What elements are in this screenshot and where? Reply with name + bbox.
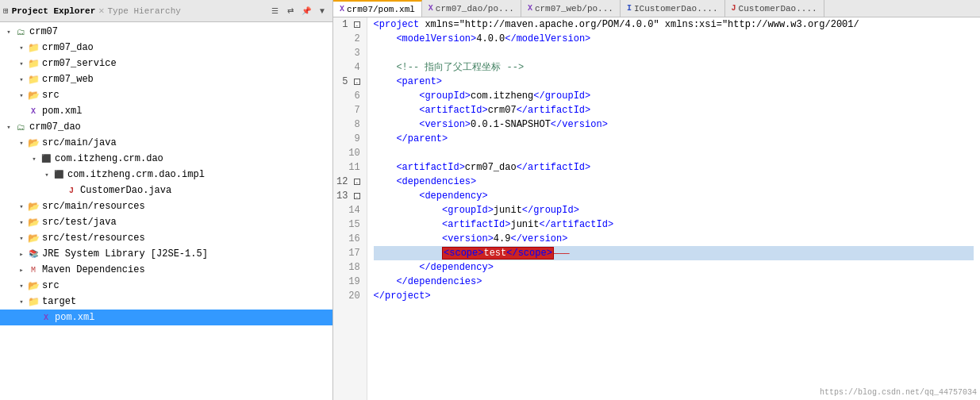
- fold-icon[interactable]: -: [354, 79, 360, 85]
- tree-item-label: crm07_dao: [29, 121, 81, 133]
- tree-item-label: crm07: [29, 26, 58, 37]
- tree-arrow[interactable]: [16, 266, 27, 275]
- code-line-8: <version>0.0.1-SNAPSHOT</version>: [374, 117, 974, 132]
- tree-item[interactable]: ⬛com.itzheng.crm.dao.impl: [0, 167, 332, 183]
- line-number-8: 8: [336, 117, 363, 132]
- tree-icon-folder: 📁: [27, 295, 40, 308]
- collapse-all-button[interactable]: ☰: [267, 4, 282, 18]
- tree-item[interactable]: 📁crm07_service: [0, 56, 332, 71]
- tree-arrow[interactable]: [16, 44, 27, 52]
- tree-item[interactable]: 📂src/main/resources: [0, 198, 332, 214]
- code-line-9: </parent>: [374, 132, 974, 146]
- tree-arrow[interactable]: [16, 91, 27, 100]
- code-line-7: <artifactId>crm07</artifactId>: [374, 103, 974, 117]
- code-content: 1 -2345 -6789101112 -13 -14151617181920 …: [333, 17, 980, 400]
- code-line-4: <!-- 指向了父工程坐标 -->: [374, 60, 974, 75]
- tree-icon-xml: X: [27, 105, 40, 117]
- code-line-15: <artifactId>junit</artifactId>: [374, 217, 974, 232]
- tab-label: CustomerDao....: [739, 4, 817, 13]
- right-panel: Xcrm07/pom.xmlXcrm07_dao/po...Xcrm07_web…: [333, 0, 980, 400]
- main-layout: ⊞ Project Explorer ✕ Type Hierarchy ☰ ⇄ …: [0, 0, 980, 400]
- editor-tab-CustomerDao[interactable]: JCustomerDao....: [725, 0, 824, 17]
- tree-icon-folder: 📁: [27, 41, 40, 54]
- editor-tab-crm07-pom[interactable]: Xcrm07/pom.xml: [333, 0, 422, 17]
- menu-button[interactable]: ▼: [315, 4, 329, 18]
- tree-arrow[interactable]: [3, 28, 14, 37]
- tree-item[interactable]: ⬛com.itzheng.crm.dao: [0, 151, 332, 167]
- tree-icon-folder: 📁: [27, 57, 40, 70]
- tree-item[interactable]: 🗂crm07: [0, 24, 332, 40]
- tab-label: crm07/pom.xml: [347, 5, 415, 14]
- tree-item[interactable]: 📁crm07_web: [0, 71, 332, 87]
- line-number-20: 20: [336, 289, 363, 303]
- tree-arrow[interactable]: [16, 282, 27, 290]
- tree-item-label: src/test/resources: [42, 233, 145, 244]
- tree-arrow[interactable]: [16, 139, 27, 148]
- tree-item[interactable]: 📂src: [0, 87, 332, 103]
- line-number-17: 17: [336, 246, 363, 260]
- tree-item-label: com.itzheng.crm.dao.impl: [67, 169, 205, 180]
- editor-tab-crm07-web-po[interactable]: Xcrm07_web/po...: [521, 0, 621, 17]
- code-line-2: <modelVersion>4.0.0</modelVersion>: [374, 32, 974, 46]
- tree-arrow[interactable]: [16, 75, 27, 84]
- tree-item[interactable]: JCustomerDao.java: [0, 183, 332, 198]
- tree-arrow[interactable]: [16, 202, 27, 211]
- code-line-13: <dependency>: [374, 189, 974, 203]
- tree-item[interactable]: 📚JRE System Library [J2SE-1.5]: [0, 246, 332, 262]
- tree-item[interactable]: Xpom.xml: [0, 103, 332, 119]
- line-number-1[interactable]: 1 -: [336, 17, 363, 32]
- pin-button[interactable]: 📌: [299, 4, 313, 18]
- tree-item-label: src/test/java: [42, 217, 117, 228]
- line-number-16: 16: [336, 232, 363, 246]
- tree-arrow[interactable]: [3, 123, 14, 132]
- tree-arrow[interactable]: [16, 60, 27, 68]
- tree-icon-folder-src: 📂: [27, 200, 40, 213]
- tree-arrow[interactable]: [29, 155, 40, 163]
- java-icon: J: [732, 4, 736, 13]
- tree-item[interactable]: 📁target: [0, 294, 332, 310]
- fold-icon[interactable]: -: [354, 193, 360, 199]
- tree-item[interactable]: MMaven Dependencies: [0, 262, 332, 278]
- tree-icon-folder-src: 📂: [27, 89, 40, 102]
- tree-item[interactable]: 📁crm07_dao: [0, 40, 332, 56]
- line-number-5[interactable]: 5 -: [336, 75, 363, 89]
- tree-item[interactable]: 🗂crm07_dao: [0, 119, 332, 135]
- tree-item-label: pom.xml: [55, 312, 94, 323]
- tree-item[interactable]: Xpom.xml: [0, 310, 332, 325]
- project-tree: 🗂crm07📁crm07_dao📁crm07_service📁crm07_web…: [0, 22, 332, 400]
- editor-tab-ICustomerDao[interactable]: IICustomerDao....: [621, 0, 725, 17]
- tree-arrow[interactable]: [16, 218, 27, 227]
- editor-tab-crm07-dao-po[interactable]: Xcrm07_dao/po...: [422, 0, 521, 17]
- tree-item-label: JRE System Library [J2SE-1.5]: [42, 248, 208, 260]
- code-line-17: <scope>test</scope>———: [374, 246, 974, 260]
- code-line-19: </dependencies>: [374, 275, 974, 289]
- xml-icon: X: [429, 4, 433, 13]
- line-number-2: 2: [336, 32, 363, 46]
- code-line-14: <groupId>junit</groupId>: [374, 203, 974, 217]
- tree-arrow[interactable]: [16, 250, 27, 259]
- line-number-4: 4: [336, 60, 363, 75]
- tree-item-label: src/main/java: [42, 137, 117, 148]
- line-number-15: 15: [336, 217, 363, 232]
- tree-item[interactable]: 📂src: [0, 278, 332, 294]
- fold-icon[interactable]: -: [354, 21, 360, 28]
- tree-item-label: crm07_dao: [42, 42, 94, 53]
- line-number-19: 19: [336, 275, 363, 289]
- tree-item[interactable]: 📂src/test/resources: [0, 230, 332, 246]
- project-explorer-title[interactable]: Project Explorer: [12, 6, 96, 16]
- tree-icon-xml: X: [40, 311, 52, 324]
- tree-item[interactable]: 📂src/main/java: [0, 135, 332, 151]
- tree-arrow[interactable]: [16, 298, 27, 306]
- tree-arrow[interactable]: [41, 171, 52, 179]
- line-number-18: 18: [336, 260, 363, 275]
- line-number-12[interactable]: 12 -: [336, 175, 363, 189]
- code-line-6: <groupId>com.itzheng</groupId>: [374, 89, 974, 103]
- type-hierarchy-title[interactable]: Type Hierarchy: [107, 6, 180, 16]
- tree-item[interactable]: 📂src/test/java: [0, 214, 332, 230]
- tree-arrow[interactable]: [16, 234, 27, 243]
- line-number-13[interactable]: 13 -: [336, 189, 363, 203]
- fold-icon[interactable]: -: [354, 179, 360, 185]
- sync-button[interactable]: ⇄: [283, 4, 298, 18]
- code-editor[interactable]: 1 -2345 -6789101112 -13 -14151617181920 …: [333, 17, 980, 400]
- tree-item-label: src/main/resources: [42, 201, 145, 212]
